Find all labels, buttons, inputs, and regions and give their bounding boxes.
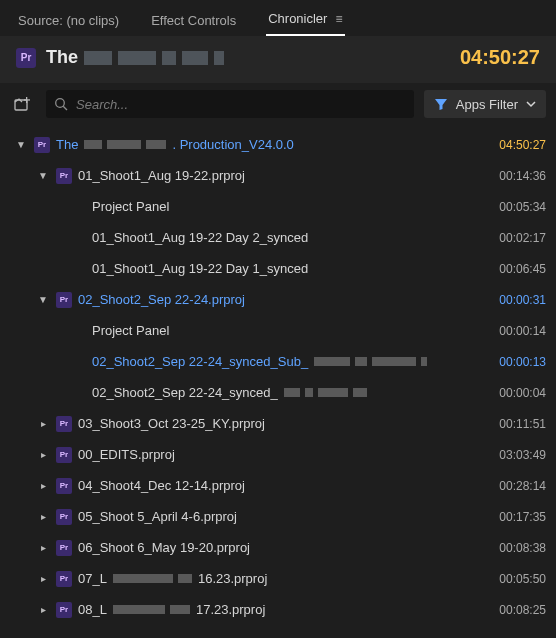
- tree-item-time: 03:03:49: [484, 448, 546, 462]
- tree-item-label: 00_EDITS.prproj: [78, 447, 478, 462]
- tree-item-label: 01_Shoot1_Aug 19-22 Day 2_synced: [92, 230, 478, 245]
- tab-source[interactable]: Source: (no clips): [16, 9, 121, 36]
- tree-item-time: 00:11:51: [484, 417, 546, 431]
- chevron-right-icon[interactable]: ▸: [36, 449, 50, 460]
- label-redacted: [84, 140, 166, 149]
- tree-item-label: 02_Shoot2_Sep 22-24_synced_: [92, 385, 478, 400]
- tree-item-label: 03_Shoot3_Oct 23-25_KY.prproj: [78, 416, 478, 431]
- tree-row[interactable]: 01_Shoot1_Aug 19-22 Day 1_synced00:06:45: [10, 253, 546, 284]
- title-redacted: [84, 51, 224, 65]
- apps-filter-button[interactable]: Apps Filter: [424, 90, 546, 118]
- tree-root-label: The . Production_V24.0.0: [56, 137, 478, 152]
- tree-item-time: 00:05:50: [484, 572, 546, 586]
- premiere-icon: Pr: [56, 602, 72, 618]
- tree-row[interactable]: Project Panel00:00:14: [10, 315, 546, 346]
- project-tree: ▼ Pr The . Production_V24.0.0 04:50:27 ▼…: [0, 125, 556, 625]
- tree-row[interactable]: 01_Shoot1_Aug 19-22 Day 2_synced00:02:17: [10, 222, 546, 253]
- label-redacted: [113, 574, 192, 583]
- title-left: Pr The: [16, 47, 224, 68]
- tree-row[interactable]: ▸Pr06_Shoot 6_May 19-20.prproj00:08:38: [10, 532, 546, 563]
- tree-item-time: 00:08:25: [484, 603, 546, 617]
- toolbar: Apps Filter: [0, 83, 556, 125]
- new-bin-button[interactable]: [10, 91, 36, 117]
- tree-row[interactable]: ▼Pr02_Shoot2_Sep 22-24.prproj00:00:31: [10, 284, 546, 315]
- chevron-right-icon[interactable]: ▸: [36, 542, 50, 553]
- tree-item-label: 02_Shoot2_Sep 22-24_synced_Sub_: [92, 354, 478, 369]
- chevron-right-icon[interactable]: ▸: [36, 418, 50, 429]
- premiere-icon: Pr: [56, 478, 72, 494]
- tree-item-time: 00:05:34: [484, 200, 546, 214]
- chevron-right-icon[interactable]: ▸: [36, 511, 50, 522]
- tab-effect-controls[interactable]: Effect Controls: [149, 9, 238, 36]
- apps-filter-label: Apps Filter: [456, 97, 518, 112]
- tree-item-label: 04_Shoot4_Dec 12-14.prproj: [78, 478, 478, 493]
- svg-line-4: [63, 106, 67, 110]
- tree-item-time: 00:00:31: [484, 293, 546, 307]
- tree-row[interactable]: ▸Pr08_L17.23.prproj00:08:25: [10, 594, 546, 625]
- tree-row[interactable]: 02_Shoot2_Sep 22-24_synced_Sub_00:00:13: [10, 346, 546, 377]
- chevron-down-icon: [526, 99, 536, 109]
- premiere-icon: Pr: [56, 571, 72, 587]
- label-redacted: [113, 605, 190, 614]
- tree-item-label: 01_Shoot1_Aug 19-22 Day 1_synced: [92, 261, 478, 276]
- tree-item-time: 00:02:17: [484, 231, 546, 245]
- tree-row[interactable]: ▸Pr07_L16.23.prproj00:05:50: [10, 563, 546, 594]
- tree-item-label: 02_Shoot2_Sep 22-24.prproj: [78, 292, 478, 307]
- premiere-icon: Pr: [56, 416, 72, 432]
- search-box[interactable]: [46, 90, 414, 118]
- premiere-icon: Pr: [34, 137, 50, 153]
- chevron-right-icon[interactable]: ▸: [36, 573, 50, 584]
- tab-chronicler[interactable]: Chronicler ≡: [266, 7, 345, 36]
- tree-item-time: 00:17:35: [484, 510, 546, 524]
- tree-row[interactable]: 02_Shoot2_Sep 22-24_synced_00:00:04: [10, 377, 546, 408]
- tree-item-time: 00:06:45: [484, 262, 546, 276]
- chevron-right-icon[interactable]: ▸: [36, 604, 50, 615]
- tree-item-time: 00:00:14: [484, 324, 546, 338]
- premiere-icon: Pr: [16, 48, 36, 68]
- tree-row[interactable]: Project Panel00:05:34: [10, 191, 546, 222]
- title-bar: Pr The 04:50:27: [0, 36, 556, 83]
- tab-chronicler-label: Chronicler: [268, 11, 327, 26]
- tree-item-label: 08_L17.23.prproj: [78, 602, 478, 617]
- premiere-icon: Pr: [56, 540, 72, 556]
- tree-item-time: 00:00:04: [484, 386, 546, 400]
- tree-root-row[interactable]: ▼ Pr The . Production_V24.0.0 04:50:27: [10, 129, 546, 160]
- chevron-right-icon[interactable]: ▸: [36, 480, 50, 491]
- project-title: The: [46, 47, 224, 68]
- tree-item-label: 01_Shoot1_Aug 19-22.prproj: [78, 168, 478, 183]
- tree-row[interactable]: ▸Pr04_Shoot4_Dec 12-14.prproj00:28:14: [10, 470, 546, 501]
- premiere-icon: Pr: [56, 447, 72, 463]
- chevron-down-icon[interactable]: ▼: [14, 139, 28, 150]
- premiere-icon: Pr: [56, 509, 72, 525]
- search-icon: [54, 97, 68, 111]
- tree-item-time: 00:00:13: [484, 355, 546, 369]
- total-duration: 04:50:27: [460, 46, 540, 69]
- tree-item-label: 05_Shoot 5_April 4-6.prproj: [78, 509, 478, 524]
- search-input[interactable]: [74, 96, 406, 113]
- bin-plus-icon: [14, 95, 32, 113]
- tree-item-time: 00:14:36: [484, 169, 546, 183]
- tree-item-label: Project Panel: [92, 199, 478, 214]
- tree-row[interactable]: ▼Pr01_Shoot1_Aug 19-22.prproj00:14:36: [10, 160, 546, 191]
- tree-item-label: Project Panel: [92, 323, 478, 338]
- tree-item-time: 00:08:38: [484, 541, 546, 555]
- tree-item-label: 07_L16.23.prproj: [78, 571, 478, 586]
- tree-item-label: 06_Shoot 6_May 19-20.prproj: [78, 540, 478, 555]
- svg-rect-2: [24, 99, 30, 100]
- tree-row[interactable]: ▸Pr05_Shoot 5_April 4-6.prproj00:17:35: [10, 501, 546, 532]
- tree-item-time: 00:28:14: [484, 479, 546, 493]
- svg-point-3: [56, 99, 65, 108]
- filter-icon: [434, 97, 448, 111]
- panel-menu-icon[interactable]: ≡: [335, 12, 343, 26]
- chevron-down-icon[interactable]: ▼: [36, 170, 50, 181]
- tree-row[interactable]: ▸Pr03_Shoot3_Oct 23-25_KY.prproj00:11:51: [10, 408, 546, 439]
- tree-root-time: 04:50:27: [484, 138, 546, 152]
- premiere-icon: Pr: [56, 168, 72, 184]
- label-redacted: [314, 357, 427, 366]
- premiere-icon: Pr: [56, 292, 72, 308]
- tree-row[interactable]: ▸Pr00_EDITS.prproj03:03:49: [10, 439, 546, 470]
- panel-tabs: Source: (no clips) Effect Controls Chron…: [0, 0, 556, 36]
- chevron-down-icon[interactable]: ▼: [36, 294, 50, 305]
- label-redacted: [284, 388, 367, 397]
